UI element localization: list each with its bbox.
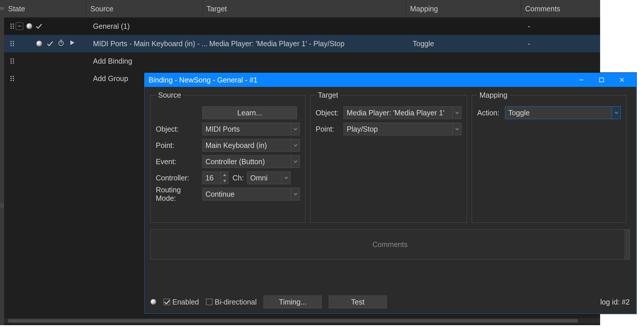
svg-point-21 xyxy=(10,78,12,79)
routing-mode-label: Routing Mode: xyxy=(156,186,202,203)
controller-label: Controller: xyxy=(156,174,202,182)
svg-point-5 xyxy=(13,28,14,29)
timing-button[interactable]: Timing... xyxy=(264,296,322,308)
source-point-label: Point: xyxy=(156,141,202,150)
bidirectional-checkbox[interactable]: Bi-directional xyxy=(206,298,257,306)
add-binding-row[interactable]: Add Binding xyxy=(4,52,600,70)
collapse-icon[interactable]: − xyxy=(16,22,23,30)
drag-handle-icon[interactable] xyxy=(9,75,16,82)
binding-source: MIDI Ports - Main Keyboard (in) - ... xyxy=(93,40,209,48)
bindings-panel: State Source Target Mapping Comments − G… xyxy=(0,0,600,325)
scrollbar[interactable] xyxy=(624,230,629,259)
chevron-down-icon xyxy=(452,123,461,135)
hscrollbar[interactable] xyxy=(4,318,600,323)
channel-select[interactable]: Omni xyxy=(247,171,291,184)
svg-point-2 xyxy=(10,26,12,27)
target-object-label: Object: xyxy=(316,109,344,117)
checkbox-icon xyxy=(164,299,170,305)
svg-point-8 xyxy=(10,43,12,44)
learn-button[interactable]: Learn... xyxy=(202,106,297,119)
chevron-down-icon xyxy=(291,139,300,151)
play-icon[interactable] xyxy=(69,39,76,48)
check-icon[interactable] xyxy=(46,40,53,47)
svg-point-14 xyxy=(13,58,14,60)
routing-mode-select[interactable]: Continue xyxy=(202,188,300,200)
svg-point-6 xyxy=(10,41,12,42)
left-gutter xyxy=(0,0,4,325)
group-row[interactable]: − General (1) - xyxy=(4,17,600,35)
source-point-select[interactable]: Main Keyboard (in) xyxy=(202,139,300,152)
drag-handle-icon[interactable] xyxy=(9,23,16,29)
activity-led-icon xyxy=(26,23,33,29)
dialog-titlebar[interactable]: Binding - NewSong - General - #1 xyxy=(144,73,636,87)
svg-point-22 xyxy=(13,78,14,79)
target-panel: Target Object: Media Player: 'Media Play… xyxy=(310,91,467,223)
svg-point-7 xyxy=(13,41,14,42)
enabled-checkbox[interactable]: Enabled xyxy=(164,298,199,306)
mapping-panel: Mapping Action: Toggle xyxy=(472,91,626,223)
check-icon[interactable] xyxy=(35,23,42,30)
spinner-icon[interactable] xyxy=(221,172,228,184)
target-point-select[interactable]: Play/Stop xyxy=(344,123,461,135)
col-mapping[interactable]: Mapping xyxy=(406,0,521,17)
dialog-title: Binding - NewSong - General - #1 xyxy=(149,76,257,84)
controller-number-input[interactable]: 16 xyxy=(202,171,228,184)
binding-dialog: Binding - NewSong - General - #1 Source … xyxy=(144,73,636,314)
chevron-down-icon xyxy=(291,155,300,168)
minimize-button[interactable] xyxy=(571,73,591,87)
chevron-down-icon xyxy=(612,107,620,119)
svg-point-24 xyxy=(13,80,14,81)
binding-mapping: Toggle xyxy=(413,40,528,48)
source-legend: Source xyxy=(156,91,183,99)
svg-point-11 xyxy=(13,45,14,46)
target-legend: Target xyxy=(316,91,340,99)
col-source[interactable]: Source xyxy=(86,0,202,17)
checkbox-icon xyxy=(206,299,212,305)
action-select[interactable]: Toggle xyxy=(505,106,621,119)
action-label: Action: xyxy=(477,109,505,117)
svg-point-18 xyxy=(13,62,14,64)
source-object-label: Object: xyxy=(156,125,202,133)
svg-point-0 xyxy=(10,24,12,25)
source-object-select[interactable]: MIDI Ports xyxy=(202,123,300,135)
chevron-down-icon xyxy=(282,172,290,184)
add-binding-label: Add Binding xyxy=(93,57,209,65)
activity-led-icon xyxy=(150,299,157,305)
col-state[interactable]: State xyxy=(4,0,86,17)
group-label: General (1) xyxy=(93,22,209,31)
timer-icon[interactable] xyxy=(58,39,65,48)
activity-led-icon xyxy=(36,40,42,47)
svg-point-13 xyxy=(10,58,12,60)
target-object-select[interactable]: Media Player: 'Media Player 1' xyxy=(344,106,461,119)
binding-row[interactable]: MIDI Ports - Main Keyboard (in) - ... Me… xyxy=(4,35,600,52)
svg-point-1 xyxy=(13,24,14,25)
chevron-down-icon xyxy=(291,188,300,200)
mapping-legend: Mapping xyxy=(477,91,510,99)
source-panel: Source Learn... Object: MIDI Ports Point… xyxy=(150,91,305,223)
drag-handle-icon[interactable] xyxy=(9,58,16,64)
svg-point-17 xyxy=(10,62,12,64)
source-event-label: Event: xyxy=(156,157,202,166)
svg-point-16 xyxy=(13,60,14,62)
svg-rect-25 xyxy=(600,78,604,82)
comments-placeholder: Comments xyxy=(373,240,408,249)
binding-target: Media Player: 'Media Player 1' - Play/St… xyxy=(209,40,413,48)
svg-point-10 xyxy=(10,45,12,46)
channel-label: Ch: xyxy=(232,174,247,182)
close-button[interactable] xyxy=(612,73,632,87)
binding-comments: - xyxy=(528,40,600,48)
svg-point-23 xyxy=(10,80,12,81)
col-target[interactable]: Target xyxy=(202,0,406,17)
comments-input[interactable]: Comments xyxy=(150,229,630,259)
log-id: log id: #2 xyxy=(600,298,630,306)
maximize-button[interactable] xyxy=(591,73,612,87)
svg-point-20 xyxy=(13,76,14,77)
col-comments[interactable]: Comments xyxy=(521,0,600,17)
test-button[interactable]: Test xyxy=(329,296,387,308)
target-point-label: Point: xyxy=(316,125,344,133)
drag-handle-icon[interactable] xyxy=(9,40,16,47)
chevron-down-icon xyxy=(452,107,461,119)
chevron-down-icon xyxy=(291,123,300,135)
group-comments: - xyxy=(528,22,600,31)
source-event-select[interactable]: Controller (Button) xyxy=(202,155,300,168)
